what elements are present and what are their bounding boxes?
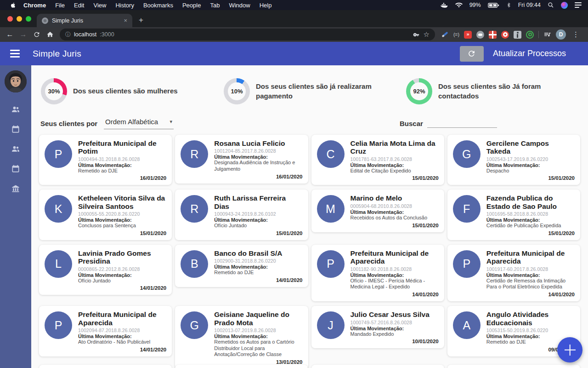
search-input[interactable]	[427, 115, 497, 128]
client-card[interactable]: G Geisiane Jaqueline do Prado Mota 10020…	[175, 306, 308, 368]
hamburger-menu-icon[interactable]	[10, 50, 20, 58]
battery-percent: 99%	[469, 2, 481, 8]
client-card[interactable]: P Prefeitura Municipal de Aparecida 1001…	[447, 245, 580, 301]
client-card[interactable]: R Rosana Lucia Felicio 1001204-85.2017.8…	[175, 135, 308, 184]
client-card[interactable]: C Celia Maria Mota Lima da Cruz 1001781-…	[311, 135, 444, 185]
sidebar-office-icon[interactable]	[11, 184, 20, 193]
movement-label: Última Movimentação:	[214, 334, 302, 339]
menu-item-chrome[interactable]: Chrome	[19, 2, 51, 9]
siri-icon[interactable]	[561, 2, 568, 9]
menu-item-view[interactable]: View	[89, 2, 111, 9]
ext-gift-icon[interactable]	[489, 31, 497, 39]
sidebar-clients-2-icon[interactable]	[11, 144, 20, 154]
browser-menu-icon[interactable]: ⋮	[571, 30, 582, 39]
add-client-fab[interactable]	[557, 337, 582, 362]
movement-label: Última Movimentação:	[486, 334, 575, 339]
client-name: Marino de Melo	[351, 193, 439, 202]
client-card[interactable]: F Fazenda Publica do Estado de Sao Paulo…	[447, 190, 580, 240]
client-card[interactable]: P Prefeitura Municipal de Potim 1000494-…	[39, 135, 172, 185]
menu-item-window[interactable]: Window	[224, 2, 254, 9]
url-port: :3000	[100, 31, 114, 38]
browser-tab[interactable]: Simple Juris ×	[37, 14, 132, 27]
next-row-card-peek	[39, 365, 172, 368]
window-close-button[interactable]	[7, 16, 13, 22]
client-card[interactable]: K Ketheleen Vitoria Silva da Silveira Sa…	[39, 190, 172, 240]
menu-item-tab[interactable]: Tab	[205, 2, 224, 9]
user-avatar[interactable]	[5, 70, 27, 92]
client-card[interactable]: G Gercilene Campos Takeda 1002543-17.201…	[447, 135, 580, 185]
window-zoom-button[interactable]	[26, 16, 31, 22]
search-label: Buscar	[400, 120, 423, 127]
forward-icon[interactable]: →	[17, 30, 29, 39]
case-number: 1001781-63.2017.8.26.0028	[351, 156, 439, 162]
client-card[interactable]: L Lavinia Prado Gomes Presidina 0000865-…	[39, 245, 172, 295]
ext-chat-icon[interactable]	[476, 31, 484, 39]
reload-icon[interactable]	[30, 30, 43, 39]
window-minimize-button[interactable]	[17, 16, 22, 22]
movement-label: Última Movimentação:	[486, 272, 575, 278]
media-control-icon[interactable]	[543, 31, 551, 39]
docker-icon[interactable]	[440, 2, 448, 8]
client-card[interactable]: J Julio Cesar Jesus Silva 1000749-57.201…	[311, 306, 444, 348]
sidebar-calendar-icon[interactable]	[11, 125, 20, 134]
menu-item-history[interactable]: History	[111, 2, 138, 9]
browser-profile-avatar[interactable]: D	[556, 29, 566, 40]
new-tab-button[interactable]: +	[139, 16, 143, 24]
back-icon[interactable]: ←	[4, 30, 16, 39]
home-icon[interactable]	[44, 30, 56, 39]
ext-play-icon[interactable]: »	[464, 31, 472, 39]
ext-target-icon[interactable]	[501, 31, 509, 39]
client-avatar: G	[453, 140, 481, 168]
sort-select-value: Ordem Alfabética	[105, 118, 158, 126]
movement-text: Remetido ao DJE	[214, 270, 302, 276]
wifi-icon[interactable]	[455, 2, 463, 8]
sidebar-calendar-2-icon[interactable]	[11, 164, 20, 173]
client-card[interactable]: R Ruth Larissa Ferreira Dias 1000943-24.…	[175, 190, 308, 240]
ext-text-icon[interactable]: (=)	[453, 31, 459, 39]
stat-percent: 30%	[48, 88, 60, 95]
tab-favicon-icon	[42, 17, 48, 24]
menu-item-file[interactable]: File	[51, 2, 69, 9]
password-manager-icon[interactable]	[413, 31, 420, 38]
client-card[interactable]: B Banco do Brasil S/A 1002900-31.2018.8.…	[175, 245, 308, 287]
bookmark-star-icon[interactable]: ☆	[423, 30, 429, 39]
client-name: Ruth Larissa Ferreira Dias	[214, 193, 302, 210]
movement-label: Última Movimentação:	[351, 272, 439, 278]
movement-text: Ato Ordinatório - Não Publicável	[78, 339, 166, 345]
menu-item-edit[interactable]: Edit	[69, 2, 89, 9]
notification-center-icon[interactable]	[575, 2, 582, 8]
menu-item-bookmarks[interactable]: Bookmarks	[139, 2, 178, 9]
menu-item-help[interactable]: Help	[255, 2, 277, 9]
clients-grid: P Prefeitura Municipal de Potim 1000494-…	[39, 135, 580, 368]
sidebar-clients-icon[interactable]	[11, 105, 20, 114]
donut-chart-contacted: 92%	[406, 78, 432, 104]
client-avatar: P	[45, 311, 72, 339]
ext-person-icon[interactable]	[514, 31, 521, 39]
app-sidebar	[0, 65, 31, 368]
menu-clock[interactable]: Fri 09:44	[518, 2, 541, 8]
client-name: Ketheleen Vitoria Silva da Silveira Sant…	[78, 193, 166, 210]
spotlight-icon[interactable]	[548, 2, 554, 8]
movement-text: Edital de Citação Expedido	[351, 168, 439, 174]
apple-icon[interactable]	[10, 2, 16, 9]
sort-select[interactable]: Ordem Alfabética ▾	[104, 117, 174, 129]
movement-text: Conclusos para Sentença	[78, 223, 166, 229]
client-card[interactable]: P Prefeitura Municipal de Aparecida 1002…	[39, 306, 172, 356]
refresh-processes-button[interactable]	[460, 46, 484, 62]
movement-date: 14/01/2020	[78, 347, 166, 352]
ext-brush-icon[interactable]	[441, 31, 449, 39]
main-content: 30% Dos seus clientes são mulheres 10% D…	[31, 65, 588, 368]
menu-item-people[interactable]: People	[178, 2, 205, 9]
client-avatar: R	[181, 195, 208, 223]
bluetooth-icon[interactable]	[506, 2, 511, 8]
client-card[interactable]: P Prefeitura Municipal de Aparecida 1001…	[311, 245, 444, 301]
ext-rings-icon[interactable]	[526, 31, 534, 39]
address-bar[interactable]: ⓘ localhost:3000 ☆	[60, 29, 435, 40]
movement-label: Última Movimentação:	[78, 334, 166, 339]
site-info-icon[interactable]: ⓘ	[65, 31, 71, 39]
tab-close-icon[interactable]: ×	[124, 17, 127, 24]
movement-text: Ofício - IMESC - Perícia Médica - Medici…	[351, 278, 439, 291]
stat-contacted: 92% Dos seus clientes são Já foram conta…	[406, 78, 569, 104]
client-card[interactable]: M Marino de Melo 0005904-68.2010.8.26.00…	[311, 190, 444, 232]
movement-date: 15/01/2020	[486, 230, 575, 236]
